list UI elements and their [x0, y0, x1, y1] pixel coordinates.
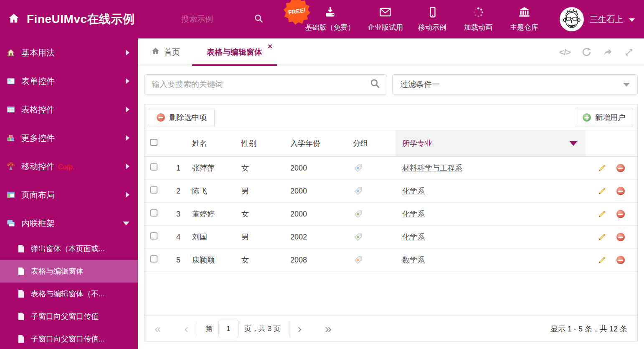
sidebar-subitem-child-to-parent[interactable]: 子窗口向父窗口传值 [0, 305, 138, 328]
sidebar-item-mobile-controls[interactable]: 移动控件Corp. [0, 152, 138, 181]
app-title: FineUIMvc在线示例 [27, 11, 135, 27]
share-icon[interactable] [603, 47, 613, 57]
filter-row: 过滤条件一 [144, 74, 638, 94]
prev-page-button[interactable]: ‹ [185, 323, 188, 335]
expand-icon[interactable] [624, 47, 634, 57]
nav-item-loading-animation[interactable]: 加载动画 [461, 6, 495, 32]
file-icon [18, 290, 25, 298]
sidebar-subitem-grid-edit-window-2[interactable]: 表格与编辑窗体（不... [0, 283, 138, 305]
tag-icon [354, 187, 363, 196]
row-checkbox[interactable] [150, 232, 157, 239]
row-checkbox[interactable] [150, 163, 157, 171]
nav-item-theme-repo[interactable]: 主题仓库 [507, 6, 541, 32]
antenna-icon [7, 162, 15, 171]
major-link[interactable]: 化学系 [402, 210, 425, 218]
chevron-right-icon [126, 78, 129, 84]
major-link[interactable]: 化学系 [402, 233, 425, 241]
search-icon[interactable] [254, 13, 264, 25]
row-checkbox[interactable] [150, 255, 157, 262]
select-all-checkbox[interactable] [150, 139, 157, 146]
refresh-icon[interactable] [581, 47, 592, 57]
edit-icon[interactable] [598, 164, 606, 172]
keyword-search-input[interactable] [151, 79, 370, 89]
file-icon [18, 267, 25, 275]
cell-name: 康颖颖 [189, 255, 238, 265]
pagination-bar: « ‹ 第 页，共 3 页 › » 显示 1 - 5 条，共 12 条 [145, 316, 637, 341]
delete-selected-button[interactable]: 删除选中项 [149, 108, 215, 127]
last-page-button[interactable]: » [325, 323, 332, 335]
chevron-down-icon [570, 141, 577, 146]
table-row: 5 康颖颖 女 2008 数学系 [145, 249, 637, 272]
column-header-gender[interactable]: 性别 [238, 138, 287, 148]
edit-icon[interactable] [598, 256, 606, 264]
tab-grid-edit-window[interactable]: 表格与编辑窗体 × [192, 38, 277, 66]
tag-icon [354, 210, 363, 219]
page-number-input[interactable] [218, 320, 238, 338]
column-header-major[interactable]: 所学专业 [396, 130, 586, 156]
filter-dropdown-value: 过滤条件一 [400, 79, 623, 90]
cell-gender: 女 [238, 209, 287, 219]
delete-icon[interactable] [616, 233, 625, 241]
table-header-row: 姓名 性别 入学年份 分组 所学专业 [145, 130, 637, 157]
sidebar-item-form-controls[interactable]: 表单控件 [0, 67, 138, 95]
sidebar-subitem-grid-edit-window[interactable]: 表格与编辑窗体 [0, 260, 138, 283]
row-checkbox[interactable] [150, 209, 157, 217]
delete-icon[interactable] [616, 256, 625, 264]
add-user-button[interactable]: 新增用户 [575, 108, 633, 127]
form-icon [7, 77, 15, 85]
edit-icon[interactable] [598, 210, 606, 218]
next-page-button[interactable]: › [298, 323, 302, 335]
sidebar-subitem-child-to-parent-2[interactable]: 子窗口向父窗口传值... [0, 328, 138, 349]
first-page-button[interactable]: « [155, 323, 161, 335]
major-link[interactable]: 化学系 [402, 187, 425, 195]
sidebar-item-page-layout[interactable]: 页面布局 [0, 181, 138, 209]
envelope-icon [379, 6, 392, 20]
file-icon [18, 335, 25, 343]
edit-icon[interactable] [598, 187, 606, 195]
bank-icon [518, 6, 531, 20]
chevron-right-icon [126, 50, 129, 56]
sidebar-item-more-controls[interactable]: 更多控件 [0, 124, 138, 152]
row-number: 5 [168, 256, 189, 265]
page-suffix-label: 页，共 3 页 [244, 324, 281, 334]
source-code-icon[interactable]: </> [559, 47, 570, 57]
brand-logo[interactable]: FineUIMvc在线示例 [8, 0, 135, 38]
avatar [560, 7, 584, 31]
user-menu[interactable]: 三生石上 [560, 0, 635, 38]
major-link[interactable]: 材料科学与工程系 [402, 164, 462, 172]
top-search-input[interactable] [180, 14, 243, 24]
nav-item-enterprise-trial[interactable]: 企业版试用 [368, 6, 403, 32]
column-header-group[interactable]: 分组 [350, 138, 396, 148]
delete-icon[interactable] [616, 210, 625, 218]
chevron-right-icon [126, 163, 129, 169]
column-header-name[interactable]: 姓名 [189, 138, 238, 148]
close-icon[interactable]: × [268, 42, 272, 50]
column-header-year[interactable]: 入学年份 [287, 138, 350, 148]
nav-item-basic-edition[interactable]: 基础版（免费） [305, 6, 355, 32]
row-number: 3 [168, 210, 189, 219]
filter-dropdown[interactable]: 过滤条件一 [392, 74, 638, 94]
nav-item-mobile-demo[interactable]: 移动示例 [416, 6, 449, 32]
search-icon[interactable] [370, 78, 380, 91]
delete-icon[interactable] [616, 164, 625, 172]
cell-name: 刘国 [189, 232, 238, 242]
major-link[interactable]: 数学系 [402, 256, 425, 264]
cell-year: 2008 [287, 256, 350, 265]
delete-icon[interactable] [616, 187, 625, 195]
edit-icon[interactable] [598, 233, 606, 241]
tab-home[interactable]: 首页 [139, 38, 192, 66]
row-number: 1 [168, 164, 189, 173]
sidebar-item-grid-controls[interactable]: 表格控件 [0, 95, 138, 124]
corp-badge: Corp. [58, 163, 74, 171]
cell-gender: 女 [238, 255, 287, 265]
sidebar-item-basic-usage[interactable]: 基本用法 [0, 38, 138, 67]
sidebar-item-inline-frame[interactable]: 内联框架 [0, 209, 138, 237]
sidebar-subitem-popup-window[interactable]: 弹出窗体（本页面或... [0, 237, 138, 260]
plus-circle-icon [583, 113, 591, 122]
row-checkbox[interactable] [150, 186, 157, 194]
cell-name: 董婷婷 [189, 209, 238, 219]
divider [289, 321, 289, 336]
table-icon [7, 105, 15, 114]
table-row: 1 张萍萍 女 2000 材料科学与工程系 [145, 157, 637, 180]
tab-toolbar: </> [559, 38, 634, 66]
